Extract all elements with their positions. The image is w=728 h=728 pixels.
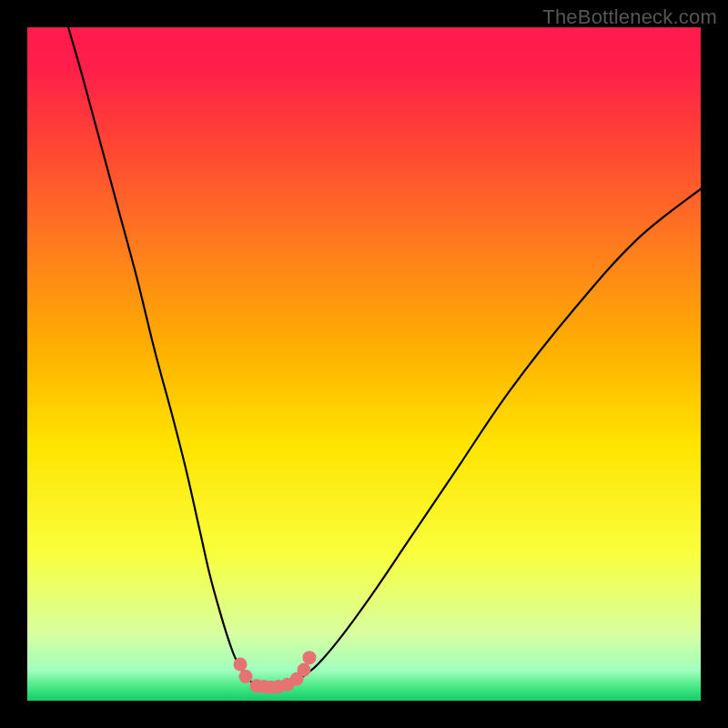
plot-area: [27, 27, 701, 701]
valley-markers: [234, 651, 317, 694]
valley-marker: [298, 662, 311, 676]
bottleneck-curve: [68, 27, 701, 688]
valley-marker: [303, 651, 317, 664]
curve-layer: [27, 27, 701, 701]
valley-marker: [239, 670, 253, 683]
outer-frame: TheBottleneck.com: [0, 0, 728, 728]
watermark-text: TheBottleneck.com: [542, 5, 717, 29]
valley-marker: [234, 658, 248, 672]
